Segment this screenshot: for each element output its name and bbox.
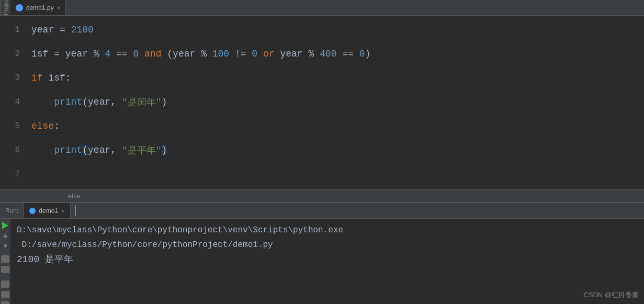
run-panel: Run: demo1 × ▲ ▼ bbox=[0, 202, 644, 304]
line-number-5: 5 bbox=[0, 114, 20, 138]
run-toolbar: ▲ ▼ bbox=[0, 219, 10, 304]
toolbar-icon-5[interactable] bbox=[1, 301, 9, 304]
run-tab-icon bbox=[29, 208, 36, 214]
toolbar-icon-4[interactable] bbox=[1, 291, 9, 298]
line-number-7: 7 bbox=[0, 162, 20, 186]
output-line-1: D:\save\myclass\Python\core\pythonprojec… bbox=[17, 223, 638, 238]
code-line-2: isf = year % 4 == 0 and ( year % 100 != … bbox=[31, 42, 644, 66]
scroll-up-button[interactable]: ▲ bbox=[1, 232, 9, 240]
run-label-text: Run: bbox=[5, 207, 18, 215]
token: "是闰年" bbox=[122, 96, 162, 108]
token: print bbox=[54, 145, 82, 155]
token: ( bbox=[82, 145, 88, 155]
output-area: D:\save\myclass\Python\core\pythonprojec… bbox=[10, 219, 644, 304]
toolbar-icon-2[interactable] bbox=[1, 266, 9, 273]
token: 2100 bbox=[71, 25, 94, 35]
line-number-1: 1 bbox=[0, 18, 20, 42]
token: year bbox=[88, 145, 110, 155]
line-number-6: 6 bbox=[0, 138, 20, 162]
run-body: ▲ ▼ D:\save\myclass\Python\core\pythonpr bbox=[0, 219, 644, 304]
code-line-7 bbox=[31, 162, 644, 186]
code-line-3: if isf : bbox=[31, 66, 644, 90]
token: = bbox=[54, 25, 71, 35]
play-button[interactable] bbox=[1, 222, 9, 229]
token bbox=[257, 49, 263, 59]
token: isf bbox=[31, 49, 48, 59]
token: % bbox=[88, 49, 105, 59]
run-tab-close[interactable]: × bbox=[61, 208, 64, 214]
token: 4 bbox=[105, 49, 110, 59]
token: ) bbox=[161, 145, 167, 155]
line-number-3: 3 bbox=[0, 66, 20, 90]
token: else bbox=[31, 121, 54, 131]
token bbox=[31, 97, 54, 107]
token: or bbox=[263, 49, 275, 59]
token: : bbox=[65, 73, 71, 83]
token: = bbox=[48, 49, 65, 59]
run-label: Run: bbox=[0, 203, 24, 218]
token bbox=[43, 73, 49, 83]
line-number-2: 2 bbox=[0, 42, 20, 66]
token bbox=[139, 49, 144, 59]
run-tab-bar: Run: demo1 × bbox=[0, 203, 644, 219]
arrow-down-icon: ▼ bbox=[3, 243, 7, 250]
tab-close-button[interactable]: × bbox=[57, 5, 60, 11]
hint-bar: else bbox=[0, 189, 644, 202]
play-icon bbox=[2, 222, 8, 229]
run-tab-name: demo1 bbox=[39, 207, 58, 215]
code-line-5: else : bbox=[31, 114, 644, 138]
code-lines: 1 2 3 4 5 6 7 year = 2100 isf = bbox=[0, 16, 644, 189]
run-separator bbox=[75, 206, 76, 216]
token: "是平年" bbox=[122, 144, 162, 156]
watermark-text: CSDN @红目香薰 bbox=[583, 291, 639, 299]
token: year bbox=[88, 97, 110, 107]
token: year bbox=[31, 25, 54, 35]
editor-tab[interactable]: demo1.py × bbox=[10, 0, 66, 15]
token: 0 bbox=[133, 49, 139, 59]
token: ( bbox=[162, 49, 173, 59]
token: : bbox=[54, 121, 60, 131]
output-line-2: D:/save/myclass/Python/core/pythonProjec… bbox=[17, 238, 638, 252]
line-number-4: 4 bbox=[0, 90, 20, 114]
project-label: Project bbox=[0, 0, 10, 15]
token: ) bbox=[365, 49, 370, 59]
token: % bbox=[303, 49, 320, 59]
run-tab[interactable]: demo1 × bbox=[24, 203, 70, 218]
python-file-icon bbox=[16, 4, 23, 12]
token bbox=[31, 145, 54, 155]
token: year bbox=[280, 49, 302, 59]
token: % bbox=[195, 49, 212, 59]
code-area[interactable]: 1 2 3 4 5 6 7 year = 2100 isf = bbox=[0, 16, 644, 202]
token: isf bbox=[48, 73, 65, 83]
watermark: CSDN @红目香薰 bbox=[583, 290, 639, 300]
token: == bbox=[110, 49, 133, 59]
token: print bbox=[54, 97, 82, 107]
editor-container: 1 2 3 4 5 6 7 year = 2100 isf = bbox=[0, 16, 644, 202]
token: and bbox=[144, 49, 161, 59]
code-line-1: year = 2100 bbox=[31, 18, 644, 42]
token: 0 bbox=[252, 49, 257, 59]
token: 100 bbox=[212, 49, 229, 59]
hint-text: else bbox=[68, 192, 81, 200]
token: year bbox=[173, 49, 195, 59]
tab-filename: demo1.py bbox=[26, 4, 54, 12]
token: if bbox=[31, 73, 43, 83]
code-line-4: print ( year , "是闰年" ) bbox=[31, 90, 644, 114]
token: != bbox=[229, 49, 252, 59]
token: 0 bbox=[359, 49, 365, 59]
scroll-down-button[interactable]: ▼ bbox=[1, 243, 9, 250]
toolbar-icon-1[interactable] bbox=[1, 255, 9, 263]
token: , bbox=[110, 145, 122, 155]
token: ) bbox=[161, 97, 167, 107]
code-line-6: print ( year , "是平年" ) bbox=[31, 138, 644, 162]
toolbar-icon-3[interactable] bbox=[1, 280, 9, 288]
token bbox=[275, 49, 280, 59]
code-content[interactable]: year = 2100 isf = year % 4 == 0 and ( bbox=[26, 16, 644, 189]
line-numbers: 1 2 3 4 5 6 7 bbox=[0, 16, 26, 189]
token: 400 bbox=[320, 49, 336, 59]
token: , bbox=[110, 97, 122, 107]
output-line-3: 2100 是平年 bbox=[17, 252, 638, 267]
token: year bbox=[65, 49, 88, 59]
token: == bbox=[336, 49, 359, 59]
tab-bar: Project demo1.py × bbox=[0, 0, 644, 16]
